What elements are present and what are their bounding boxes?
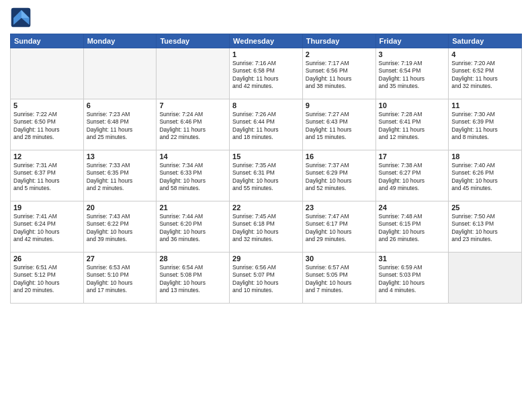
calendar-cell: 12Sunrise: 7:31 AM Sunset: 6:37 PM Dayli… [11, 150, 84, 201]
day-number: 27 [87, 255, 154, 263]
calendar-cell [11, 48, 84, 99]
day-info: Sunrise: 7:40 AM Sunset: 6:26 PM Dayligh… [451, 162, 519, 193]
calendar-cell: 23Sunrise: 7:47 AM Sunset: 6:17 PM Dayli… [302, 201, 375, 253]
day-number: 6 [87, 101, 154, 109]
day-number: 15 [232, 152, 300, 161]
day-number: 29 [232, 255, 300, 263]
calendar-cell: 27Sunrise: 6:53 AM Sunset: 5:10 PM Dayli… [83, 253, 157, 304]
calendar-cell: 25Sunrise: 7:50 AM Sunset: 6:13 PM Dayli… [449, 201, 522, 253]
day-number: 4 [451, 50, 519, 58]
weekday-header-tuesday: Tuesday [157, 34, 230, 48]
weekday-header-thursday: Thursday [302, 34, 375, 48]
calendar-cell: 7Sunrise: 7:24 AM Sunset: 6:46 PM Daylig… [157, 99, 230, 150]
day-number: 5 [13, 101, 81, 109]
day-info: Sunrise: 7:26 AM Sunset: 6:44 PM Dayligh… [232, 111, 300, 142]
calendar-cell: 8Sunrise: 7:26 AM Sunset: 6:44 PM Daylig… [230, 99, 303, 150]
day-info: Sunrise: 6:57 AM Sunset: 5:05 PM Dayligh… [306, 264, 373, 295]
weekday-header-friday: Friday [375, 34, 449, 48]
calendar-cell: 26Sunrise: 6:51 AM Sunset: 5:12 PM Dayli… [11, 253, 84, 304]
day-number: 26 [13, 255, 81, 263]
day-info: Sunrise: 7:30 AM Sunset: 6:39 PM Dayligh… [451, 111, 519, 142]
day-number: 19 [13, 203, 81, 212]
day-number: 23 [306, 203, 373, 212]
day-number: 11 [451, 101, 519, 109]
day-info: Sunrise: 7:41 AM Sunset: 6:24 PM Dayligh… [13, 213, 81, 244]
day-info: Sunrise: 7:45 AM Sunset: 6:18 PM Dayligh… [232, 213, 300, 244]
day-info: Sunrise: 7:20 AM Sunset: 6:52 PM Dayligh… [451, 60, 519, 91]
day-info: Sunrise: 6:54 AM Sunset: 5:08 PM Dayligh… [159, 264, 226, 295]
calendar-cell: 13Sunrise: 7:33 AM Sunset: 6:35 PM Dayli… [83, 150, 157, 201]
calendar-cell [83, 48, 157, 99]
day-number: 14 [159, 152, 226, 161]
weekday-header-saturday: Saturday [449, 34, 522, 48]
day-info: Sunrise: 7:24 AM Sunset: 6:46 PM Dayligh… [159, 111, 226, 142]
calendar-cell [449, 253, 522, 304]
day-info: Sunrise: 6:56 AM Sunset: 5:07 PM Dayligh… [232, 264, 300, 295]
calendar-cell: 24Sunrise: 7:48 AM Sunset: 6:15 PM Dayli… [375, 201, 449, 253]
calendar-cell: 21Sunrise: 7:44 AM Sunset: 6:20 PM Dayli… [157, 201, 230, 253]
calendar-cell: 9Sunrise: 7:27 AM Sunset: 6:43 PM Daylig… [302, 99, 375, 150]
calendar-cell: 11Sunrise: 7:30 AM Sunset: 6:39 PM Dayli… [449, 99, 522, 150]
calendar-cell: 17Sunrise: 7:38 AM Sunset: 6:27 PM Dayli… [375, 150, 449, 201]
weekday-header-wednesday: Wednesday [230, 34, 303, 48]
calendar-cell: 31Sunrise: 6:59 AM Sunset: 5:03 PM Dayli… [375, 253, 449, 304]
day-info: Sunrise: 7:22 AM Sunset: 6:50 PM Dayligh… [13, 111, 81, 142]
day-number: 24 [379, 203, 446, 212]
day-info: Sunrise: 7:33 AM Sunset: 6:35 PM Dayligh… [87, 162, 154, 193]
calendar-cell: 19Sunrise: 7:41 AM Sunset: 6:24 PM Dayli… [11, 201, 84, 253]
day-info: Sunrise: 7:16 AM Sunset: 6:58 PM Dayligh… [232, 60, 300, 91]
calendar-cell: 30Sunrise: 6:57 AM Sunset: 5:05 PM Dayli… [302, 253, 375, 304]
calendar-cell: 3Sunrise: 7:19 AM Sunset: 6:54 PM Daylig… [375, 48, 449, 99]
day-number: 3 [379, 50, 446, 58]
generalblue-logo-icon [10, 7, 32, 28]
weekday-header-monday: Monday [83, 34, 157, 48]
day-number: 31 [379, 255, 446, 263]
day-number: 18 [451, 152, 519, 161]
day-info: Sunrise: 7:37 AM Sunset: 6:29 PM Dayligh… [306, 162, 373, 193]
calendar-cell: 18Sunrise: 7:40 AM Sunset: 6:26 PM Dayli… [449, 150, 522, 201]
day-number: 13 [87, 152, 154, 161]
calendar-cell: 14Sunrise: 7:34 AM Sunset: 6:33 PM Dayli… [157, 150, 230, 201]
calendar-cell: 20Sunrise: 7:43 AM Sunset: 6:22 PM Dayli… [83, 201, 157, 253]
day-info: Sunrise: 7:17 AM Sunset: 6:56 PM Dayligh… [306, 60, 373, 91]
calendar-cell: 1Sunrise: 7:16 AM Sunset: 6:58 PM Daylig… [230, 48, 303, 99]
day-info: Sunrise: 7:23 AM Sunset: 6:48 PM Dayligh… [87, 111, 154, 142]
logo [10, 7, 34, 28]
calendar-cell: 4Sunrise: 7:20 AM Sunset: 6:52 PM Daylig… [449, 48, 522, 99]
calendar: SundayMondayTuesdayWednesdayThursdayFrid… [10, 34, 522, 304]
calendar-cell [157, 48, 230, 99]
calendar-cell: 28Sunrise: 6:54 AM Sunset: 5:08 PM Dayli… [157, 253, 230, 304]
day-number: 21 [159, 203, 226, 212]
calendar-cell: 5Sunrise: 7:22 AM Sunset: 6:50 PM Daylig… [11, 99, 84, 150]
calendar-cell: 22Sunrise: 7:45 AM Sunset: 6:18 PM Dayli… [230, 201, 303, 253]
day-info: Sunrise: 7:28 AM Sunset: 6:41 PM Dayligh… [379, 111, 446, 142]
day-number: 25 [451, 203, 519, 212]
day-info: Sunrise: 6:59 AM Sunset: 5:03 PM Dayligh… [379, 264, 446, 295]
day-number: 22 [232, 203, 300, 212]
day-info: Sunrise: 7:35 AM Sunset: 6:31 PM Dayligh… [232, 162, 300, 193]
calendar-cell: 29Sunrise: 6:56 AM Sunset: 5:07 PM Dayli… [230, 253, 303, 304]
day-info: Sunrise: 7:44 AM Sunset: 6:20 PM Dayligh… [159, 213, 226, 244]
day-number: 17 [379, 152, 446, 161]
day-info: Sunrise: 6:53 AM Sunset: 5:10 PM Dayligh… [87, 264, 154, 295]
day-info: Sunrise: 7:19 AM Sunset: 6:54 PM Dayligh… [379, 60, 446, 91]
day-number: 2 [306, 50, 373, 58]
day-number: 12 [13, 152, 81, 161]
calendar-cell: 15Sunrise: 7:35 AM Sunset: 6:31 PM Dayli… [230, 150, 303, 201]
day-number: 1 [232, 50, 300, 58]
day-number: 16 [306, 152, 373, 161]
day-number: 9 [306, 101, 373, 109]
day-info: Sunrise: 7:47 AM Sunset: 6:17 PM Dayligh… [306, 213, 373, 244]
day-number: 28 [159, 255, 226, 263]
calendar-cell: 2Sunrise: 7:17 AM Sunset: 6:56 PM Daylig… [302, 48, 375, 99]
calendar-cell: 10Sunrise: 7:28 AM Sunset: 6:41 PM Dayli… [375, 99, 449, 150]
day-info: Sunrise: 7:48 AM Sunset: 6:15 PM Dayligh… [379, 213, 446, 244]
day-info: Sunrise: 7:27 AM Sunset: 6:43 PM Dayligh… [306, 111, 373, 142]
day-info: Sunrise: 7:50 AM Sunset: 6:13 PM Dayligh… [451, 213, 519, 244]
day-number: 10 [379, 101, 446, 109]
calendar-cell: 6Sunrise: 7:23 AM Sunset: 6:48 PM Daylig… [83, 99, 157, 150]
calendar-cell: 16Sunrise: 7:37 AM Sunset: 6:29 PM Dayli… [302, 150, 375, 201]
day-info: Sunrise: 6:51 AM Sunset: 5:12 PM Dayligh… [13, 264, 81, 295]
day-info: Sunrise: 7:38 AM Sunset: 6:27 PM Dayligh… [379, 162, 446, 193]
day-number: 20 [87, 203, 154, 212]
